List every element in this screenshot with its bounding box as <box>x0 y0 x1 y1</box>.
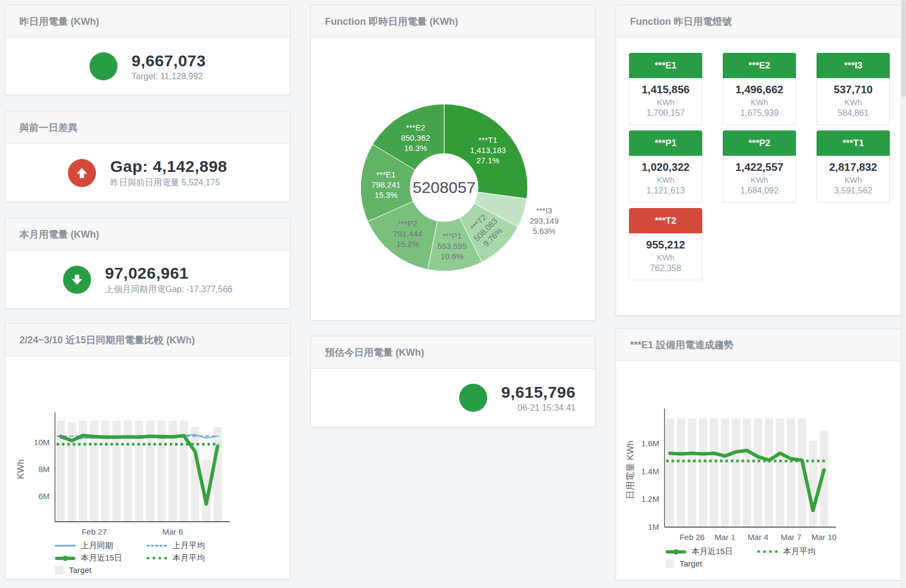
light-tile-unit: KWh <box>632 98 700 107</box>
legend-swatch-square <box>55 566 64 575</box>
panel-header: ***E1 設備用電達成趨勢 <box>616 329 903 361</box>
legend-item[interactable]: 本月平均 <box>757 547 849 557</box>
legend-item[interactable]: Target <box>55 565 147 575</box>
target-bar <box>776 418 784 527</box>
panel-title[interactable]: 與前一日差異 <box>19 121 78 134</box>
y-tick-label: 8M <box>38 465 50 474</box>
donut-center-total: 5208057 <box>413 178 476 196</box>
panel-title[interactable]: ***E1 設備用電達成趨勢 <box>630 338 734 351</box>
light-tile-value: 1,422,557 <box>725 161 793 174</box>
stat-body: Gap: 4,142,898 昨日與前日用電量 5,524,175 <box>5 144 290 202</box>
target-bar <box>743 418 751 527</box>
legend-swatch-thick <box>55 557 75 560</box>
stat-body: 97,026,961 上個月同期用電Gap: -17,377,566 <box>5 251 290 308</box>
light-tile: ***E11,415,856KWh1,700,157 <box>629 53 702 125</box>
light-tile-body: 1,415,856KWh1,700,157 <box>629 78 702 125</box>
light-tile-unit: KWh <box>632 253 700 262</box>
legend-swatch-thick <box>666 550 686 554</box>
stat-body: 9,667,073 Target: 11,128,992 <box>5 38 290 95</box>
panel-header: 與前一日差異 <box>5 112 290 144</box>
light-tile-target: 1,684,092 <box>725 186 793 196</box>
light-tile-name: ***I3 <box>817 53 890 78</box>
comparison-line-chart: 6M8M10MFeb 27Mar 6KWh <box>8 356 288 538</box>
chart-legend: 本月近15日本月平均Target <box>666 547 903 568</box>
light-tile: ***E21,496,662KWh1,675,939 <box>723 53 796 125</box>
light-tile-value: 2,817,832 <box>819 161 887 174</box>
light-tile-value: 537,710 <box>819 84 887 96</box>
panel-header: 昨日用電量 (KWh) <box>5 5 290 38</box>
y-axis-label: 日用電量 KWh <box>625 440 635 500</box>
stat-value: 97,026,961 <box>105 264 233 282</box>
chart-legend: 上月同期上月平均本月近15日本月平均Target <box>55 541 290 575</box>
scrollbar-thumb[interactable] <box>902 0 905 97</box>
light-tile-body: 537,710KWh584,861 <box>817 78 890 125</box>
light-tile: ***P21,422,557KWh1,684,092 <box>723 130 796 203</box>
chart-body: 6M8M10MFeb 27Mar 6KWh 上月同期上月平均本月近15日本月平均… <box>5 356 290 579</box>
legend-label: Target <box>680 559 702 568</box>
light-tile-target: 584,861 <box>819 108 887 118</box>
status-circle-icon <box>459 384 487 412</box>
legend-item[interactable]: 上月同期 <box>55 541 147 551</box>
light-tile-unit: KWh <box>725 175 793 184</box>
legend-swatch-dots <box>147 557 167 559</box>
panel-title[interactable]: 2/24~3/10 近15日同期用電量比較 (KWh) <box>19 334 195 347</box>
panel-title[interactable]: Function 即時日用電量 (KWh) <box>325 15 458 28</box>
target-bar <box>699 418 707 527</box>
panel-header: Function 即時日用電量 (KWh) <box>311 5 595 38</box>
panel-title[interactable]: 預估今日用電量 (KWh) <box>325 346 424 359</box>
legend-label: 本月近15日 <box>691 547 733 557</box>
chart-body: ***T11,413,18327.1%***I3293,1495.63%***T… <box>311 38 595 320</box>
panel-title[interactable]: 昨日用電量 (KWh) <box>19 15 99 28</box>
light-tile-name: ***E2 <box>723 53 796 78</box>
y-tick-label: 1.6M <box>641 439 659 448</box>
panel-yesterday-lights: Function 昨日用電燈號 ***E11,415,856KWh1,700,1… <box>615 5 901 316</box>
legend-label: 本月近15日 <box>81 553 122 563</box>
light-tile: ***T2955,212KWh762,358 <box>629 208 702 280</box>
panel-15day-comparison-chart: 2/24~3/10 近15日同期用電量比較 (KWh) 6M8M10MFeb 2… <box>5 323 291 579</box>
panel-realtime-donut: Function 即時日用電量 (KWh) ***T11,413,18327.1… <box>310 5 596 321</box>
legend-item[interactable]: Target <box>666 559 757 568</box>
chart-body: 1M1.2M1.4M1.6MFeb 26Mar 1Mar 4Mar 7Mar 1… <box>616 361 903 580</box>
legend-item[interactable]: 本月近15日 <box>666 547 757 557</box>
y-axis-label: KWh <box>16 459 26 479</box>
target-bar <box>677 418 685 527</box>
panel-forecast-today: 預估今日用電量 (KWh) 9,615,796 06-21 15:34:41 <box>310 336 596 427</box>
stat-subtitle: Target: 11,128,992 <box>132 72 206 81</box>
target-bar <box>710 418 718 527</box>
arrow-up-icon <box>68 159 96 187</box>
legend-swatch-dots <box>757 550 778 553</box>
light-tile-body: 955,212KWh762,358 <box>629 233 702 280</box>
light-tile-name: ***P1 <box>629 130 702 156</box>
target-bar <box>213 427 222 522</box>
panel-month-usage: 本月用電量 (KWh) 97,026,961 上個月同期用電Gap: -17,3… <box>5 218 291 309</box>
panel-header: 2/24~3/10 近15日同期用電量比較 (KWh) <box>5 324 290 356</box>
x-tick-label: Mar 4 <box>748 532 768 542</box>
light-tile-body: 1,422,557KWh1,684,092 <box>723 156 796 203</box>
light-tile-body: 1,020,322KWh1,121,613 <box>629 156 702 203</box>
target-bar <box>666 418 674 527</box>
x-tick-label: Mar 7 <box>780 532 801 542</box>
scrollbar[interactable] <box>901 0 906 588</box>
target-bar <box>787 418 795 527</box>
donut-chart: ***T11,413,18327.1%***I3293,1495.63%***T… <box>311 38 595 319</box>
panel-title[interactable]: Function 昨日用電燈號 <box>630 15 732 28</box>
x-tick-label: Mar 10 <box>811 532 836 542</box>
x-tick-label: Mar 1 <box>715 532 735 542</box>
light-tile-value: 1,415,856 <box>632 84 700 96</box>
donut-slice-label: ***I3293,1495.63% <box>530 206 559 236</box>
legend-item[interactable]: 上月平均 <box>147 541 238 551</box>
panel-yesterday-usage: 昨日用電量 (KWh) 9,667,073 Target: 11,128,992 <box>5 5 291 95</box>
legend-label: 上月平均 <box>172 541 205 551</box>
light-tile: ***I3537,710KWh584,861 <box>817 53 890 125</box>
legend-swatch-square <box>666 559 674 568</box>
legend-item[interactable]: 本月平均 <box>147 553 238 563</box>
panel-title[interactable]: 本月用電量 (KWh) <box>19 228 99 241</box>
x-tick-label: Mar 6 <box>162 527 183 536</box>
legend-swatch-dash <box>147 545 167 547</box>
panel-header: Function 昨日用電燈號 <box>616 5 901 38</box>
light-tile-value: 955,212 <box>632 239 700 251</box>
legend-item[interactable]: 本月近15日 <box>55 553 147 563</box>
y-tick-label: 1M <box>648 522 659 531</box>
light-tile-target: 1,675,939 <box>725 108 793 118</box>
x-tick-label: Feb 27 <box>81 527 107 536</box>
